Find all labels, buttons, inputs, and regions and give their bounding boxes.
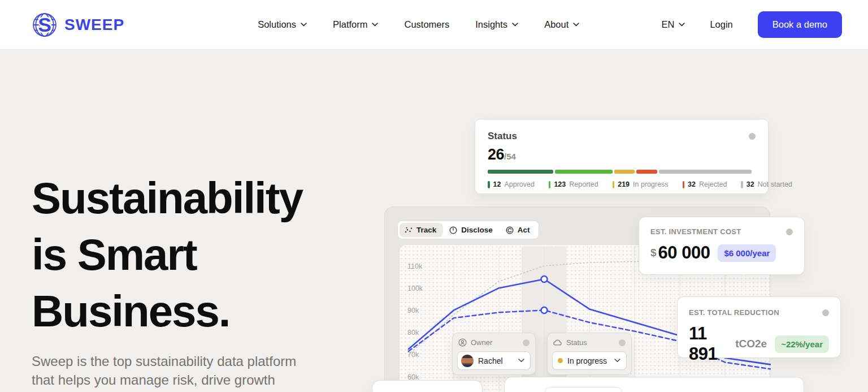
investment-cost-card: EST. INVESTMENT COST $ 60 000 $6 000/yea… xyxy=(639,217,805,275)
in-progress-dot-icon xyxy=(558,358,563,363)
tab-track[interactable]: Track xyxy=(400,223,443,237)
legend-item: 12Approved xyxy=(488,180,535,188)
scatter-dots-icon xyxy=(405,227,413,234)
status-segment-rejected xyxy=(636,170,658,174)
status-filter-label: Status xyxy=(566,338,615,347)
globe-logo-icon: S xyxy=(32,12,58,38)
owner-select-value: Rachel xyxy=(478,356,518,365)
legend-marker xyxy=(613,181,615,188)
status-select[interactable]: In progress xyxy=(552,351,627,370)
legend-count: 32 xyxy=(688,180,696,188)
legend-item: 32Not started xyxy=(741,180,792,188)
legend-item: 32Rejected xyxy=(683,180,727,188)
headline-line: Business. xyxy=(32,283,302,339)
legend-label: Not started xyxy=(758,180,792,188)
investment-card-title: EST. INVESTMENT COST xyxy=(650,227,741,236)
sweep-logo[interactable]: S SWEEP xyxy=(32,12,124,38)
status-count: 26/54 xyxy=(488,146,756,163)
nav-item-label: Solutions xyxy=(258,19,296,30)
bottom-card-pill[interactable] xyxy=(545,387,622,392)
nav-item-label: Platform xyxy=(333,19,367,30)
drag-handle-dot-icon xyxy=(822,309,829,316)
subtext-line: that helps you manage risk, drive growth xyxy=(32,371,296,389)
owner-filter-label: Owner xyxy=(471,338,519,347)
chevron-down-icon xyxy=(614,359,620,363)
bottom-metric-card-partial: 30% xyxy=(504,377,804,392)
legend-count: 123 xyxy=(554,180,566,188)
status-legend: 12Approved123Reported219In progress32Rej… xyxy=(488,180,756,188)
login-link[interactable]: Login xyxy=(710,19,732,30)
status-card-title: Status xyxy=(488,131,517,142)
language-label: EN xyxy=(661,19,674,30)
nav-item-platform[interactable]: Platform xyxy=(333,19,378,30)
dashboard-tabbar: TrackDiscloseAct xyxy=(397,221,539,239)
cloud-icon xyxy=(553,339,562,346)
legend-count: 219 xyxy=(618,180,630,188)
header-right: EN Login Book a demo xyxy=(661,11,842,38)
status-segment-in-progress xyxy=(614,170,635,174)
status-total: /54 xyxy=(504,152,516,161)
person-icon xyxy=(458,338,467,347)
chevron-down-icon xyxy=(679,23,685,27)
reduction-unit: tCO2e xyxy=(735,338,767,350)
main-nav: SolutionsPlatformCustomersInsightsAbout xyxy=(258,19,579,30)
nav-item-insights[interactable]: Insights xyxy=(475,19,518,30)
currency-symbol: $ xyxy=(650,247,657,259)
legend-label: In progress xyxy=(633,180,669,188)
top-nav: S SWEEP SolutionsPlatformCustomersInsigh… xyxy=(0,0,868,50)
total-reduction-card: EST. TOTAL REDUCTION 11 891 tCO2e ~22%/y… xyxy=(677,296,841,358)
tab-label: Disclose xyxy=(461,226,493,234)
bottom-metric-value: 30% xyxy=(749,387,801,392)
status-card: Status 26/54 12Approved123Reported219In … xyxy=(475,119,769,194)
language-selector[interactable]: EN xyxy=(661,19,685,30)
y-axis-tick-label: 90k xyxy=(407,307,419,315)
tab-act[interactable]: Act xyxy=(501,223,537,237)
info-icon xyxy=(619,339,626,346)
act-circle-icon xyxy=(506,226,514,234)
hero-subtext: Sweep is the top sustainability data pla… xyxy=(32,352,296,389)
tab-disclose[interactable]: Disclose xyxy=(444,223,500,237)
nav-item-about[interactable]: About xyxy=(544,19,579,30)
logo-wordmark: SWEEP xyxy=(64,16,124,34)
tab-label: Act xyxy=(518,226,530,234)
nav-item-label: Customers xyxy=(404,19,449,30)
investment-value: 60 000 xyxy=(658,243,710,263)
chevron-down-icon xyxy=(512,23,518,27)
reduction-value: 11 891 xyxy=(689,324,731,364)
nav-item-label: About xyxy=(544,19,568,30)
headline-line: is Smart xyxy=(32,226,302,283)
sweep-landing-page: S SWEEP SolutionsPlatformCustomersInsigh… xyxy=(0,0,868,392)
headline-line: Sustainability xyxy=(32,170,302,226)
legend-marker xyxy=(683,181,685,188)
clock-icon xyxy=(449,226,457,234)
chevron-down-icon xyxy=(301,23,307,27)
page-title: Sustainability is Smart Business. xyxy=(32,170,302,339)
status-progress-bar xyxy=(488,170,756,174)
status-segment-reported xyxy=(555,170,613,174)
y-axis-tick-label: 110k xyxy=(407,262,423,270)
legend-label: Rejected xyxy=(699,180,727,188)
nav-item-customers[interactable]: Customers xyxy=(404,19,449,30)
legend-label: Approved xyxy=(504,180,535,188)
drag-handle-dot-icon xyxy=(749,133,756,140)
y-axis-tick-label: 80k xyxy=(407,329,419,337)
book-demo-button[interactable]: Book a demo xyxy=(758,11,842,38)
investment-yearly-badge: $6 000/year xyxy=(718,244,776,262)
legend-marker xyxy=(741,181,743,188)
status-segment-approved xyxy=(488,170,553,174)
drag-handle-dot-icon xyxy=(786,229,793,235)
y-axis-tick-label: 70k xyxy=(407,351,419,359)
chart-marker-projection xyxy=(541,276,548,282)
legend-label: Reported xyxy=(569,180,598,188)
owner-filter-card: Owner Rachel xyxy=(452,333,536,375)
chevron-down-icon xyxy=(573,23,579,27)
chevron-down-icon xyxy=(372,23,378,27)
owner-select[interactable]: Rachel xyxy=(457,351,531,370)
status-select-value: In progress xyxy=(567,356,614,365)
legend-count: 12 xyxy=(493,180,501,188)
avatar xyxy=(461,355,474,367)
legend-marker xyxy=(549,181,551,188)
nav-item-solutions[interactable]: Solutions xyxy=(258,19,307,30)
reduction-yearly-badge: ~22%/year xyxy=(775,335,829,353)
legend-marker xyxy=(488,181,490,188)
